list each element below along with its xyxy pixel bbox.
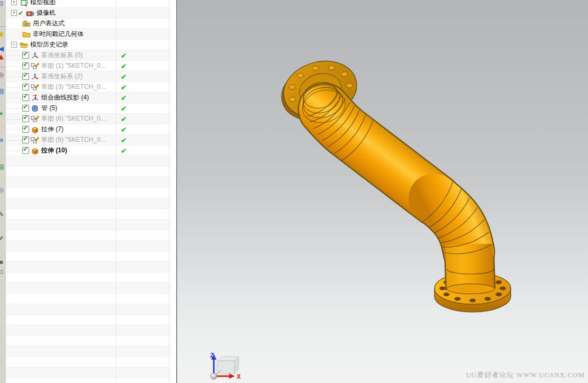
tree-empty-row [6,230,170,241]
tree-row-name-cell: ✔基准坐标系 (0) [6,50,116,60]
expand-toggle[interactable]: + [11,0,17,5]
feature-label: 拉伸 (7) [41,125,64,134]
tree-row-status-cell [116,167,169,177]
tree-item-feature[interactable]: ✔基准坐标系 (2)✔ [6,71,170,82]
tree-item-feature[interactable]: ✔拉伸 (7)✔ [6,124,170,135]
pen2-icon[interactable]: ✐ [0,235,5,242]
camera-icon [26,9,34,17]
document-icon[interactable]: ▤ [0,163,5,170]
feature-checkbox[interactable]: ✔ [22,147,29,154]
sketch-icon [31,83,39,92]
tree-row-status-cell [116,19,169,29]
panel-gutter [170,0,176,383]
tree-row-name-cell [6,262,116,272]
target-icon[interactable]: ◎ [0,71,5,78]
wifi-icon[interactable]: ≋ [0,136,5,144]
tree-row-name-cell: ✔草图 (1) "SKETCH_0... [6,61,116,71]
tree-row-status-cell [116,198,169,208]
model-views-icon [20,0,28,7]
status-check-icon: ✔ [121,104,127,113]
tree-row-name-cell [6,283,116,293]
status-check-icon: ✔ [121,94,127,102]
feature-checkbox[interactable]: ✔ [22,62,29,69]
feature-checkbox[interactable]: ✔ [22,115,29,122]
watermark-text: UG爱好者论坛 WWW.UGSNX.COM [466,370,585,380]
feature-checkbox[interactable]: ✔ [22,105,29,112]
tree-row-status-cell [116,251,169,261]
tree-item-feature[interactable]: ✔管 (5)✔ [6,103,170,114]
feature-checkbox[interactable]: ✔ [22,84,29,90]
grid-icon[interactable]: ▫ [0,268,5,275]
feature-label: 拉伸 (10) [41,146,67,155]
feature-checkbox[interactable]: ✔ [22,94,29,101]
tree-item-expressions-folder[interactable]: 用户表达式 [6,19,170,29]
feature-label: 管 (5) [41,104,57,113]
pen-icon[interactable]: ✎ [0,211,5,218]
gear-icon[interactable]: ⚙ [0,0,5,7]
tree-connector [6,76,22,77]
tree-row-name-cell: 非时间戳记几何体 [6,29,116,39]
resource-bar[interactable]: ⚙▣◀▲◎▤✦≋▤◎✎✐▪▫ [0,0,6,383]
tree-item-label: 用户表达式 [33,19,65,28]
tree-connector [6,66,22,67]
tree-item-model-views[interactable]: +模型视图 [6,0,170,8]
tree-connector [11,34,17,34]
tree-item-camera[interactable]: +✔摄像机 [6,8,170,19]
tree-item-feature[interactable]: ✔基准坐标系 (0)✔ [6,50,170,61]
tree-row-status-cell [116,336,169,346]
feature-checkbox[interactable]: ✔ [22,126,29,133]
tree-item-feature[interactable]: ✔草图 (1) "SKETCH_0...✔ [6,61,170,71]
tree-row-status-cell [116,357,169,367]
tree-row-status-cell [116,8,169,18]
feature-checkbox[interactable]: ✔ [22,136,29,143]
triangle-blue-icon[interactable]: ◀ [0,45,5,52]
tree-item-feature[interactable]: ✔草图 (6) "SKETCH_0...✔ [6,114,170,124]
tree-empty-row [6,304,170,315]
dot-icon[interactable]: ▪ [0,258,5,266]
divider [0,67,6,67]
sketch-icon [31,136,39,144]
tree-row-name-cell: 用户表达式 [6,19,116,29]
feature-checkbox[interactable]: ✔ [22,73,29,80]
pipe-model[interactable] [275,53,511,312]
tree-empty-row [6,262,170,272]
feature-checkbox[interactable]: ✔ [22,52,29,59]
triad-x-label: X [237,373,241,380]
triangle-red-icon[interactable]: ▲ [0,53,5,60]
tree-row-status-cell: ✔ [116,82,169,92]
tree-connector [6,55,22,56]
feature-label: 组合曲线投影 (4) [41,93,89,102]
tree-item-feature[interactable]: ✔拉伸 (10)✔ [6,145,170,156]
tree-row-name-cell [6,156,116,166]
tree-empty-row [6,357,170,368]
tree-item-feature[interactable]: ✔草图 (9) "SKETCH_0...✔ [6,135,170,145]
tree-empty-row [6,283,170,294]
plant-icon[interactable]: ✦ [0,110,5,117]
tree-row-name-cell [6,315,116,325]
tree-item-folder[interactable]: 非时间戳记几何体 [6,29,170,40]
tree-item-open-folder[interactable]: −模型历史记录 [6,40,170,50]
tree-item-feature[interactable]: ✔组合曲线投影 (4)✔ [6,93,170,103]
book-icon[interactable]: ▤ [0,87,5,95]
tree-row-status-cell: ✔ [116,135,169,145]
graphics-viewport[interactable]: ZX UG爱好者论坛 WWW.UGSNX.COM [176,0,588,383]
tree-row-name-cell [6,294,116,304]
tree-empty-row [6,241,170,251]
tree-connector [6,150,22,151]
tree-item-feature[interactable]: ✔草图 (3) "SKETCH_0...✔ [6,82,170,93]
tree-connector [6,87,22,88]
expand-toggle[interactable]: + [11,10,17,16]
tree-empty-row [6,346,170,357]
box-icon[interactable]: ▣ [0,30,5,38]
tree-row-status-cell [116,272,169,282]
clock-icon[interactable]: ◎ [0,186,5,194]
tree-row-name-cell [6,220,116,230]
tree-row-name-cell: −模型历史记录 [6,40,116,50]
tree-row-name-cell: +✔摄像机 [6,8,116,18]
part-navigator-panel[interactable]: +模型视图+✔摄像机用户表达式非时间戳记几何体−模型历史记录✔基准坐标系 (0)… [6,0,170,383]
expand-toggle[interactable]: − [11,42,17,48]
tree-row-name-cell [6,251,116,261]
tree-row-name-cell: ✔草图 (6) "SKETCH_0... [6,114,116,124]
tree-row-name-cell: ✔管 (5) [6,103,116,113]
tree-row-name-cell [6,357,116,367]
